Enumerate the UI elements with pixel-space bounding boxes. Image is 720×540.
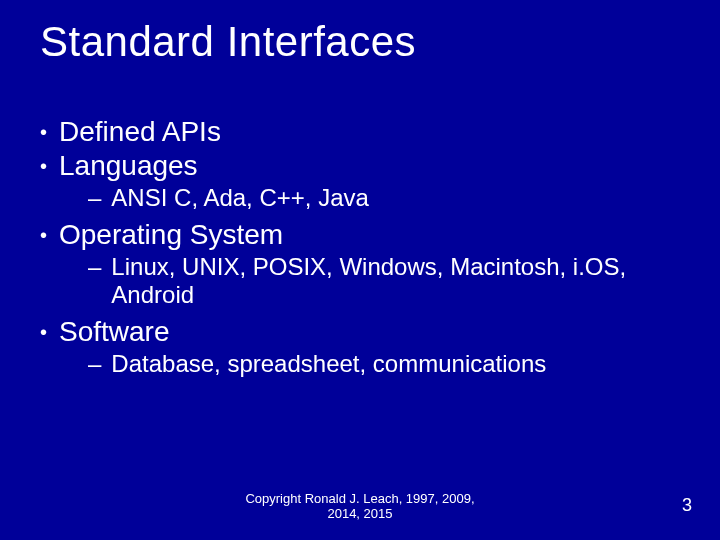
slide: Standard Interfaces • Defined APIs • Lan…: [0, 0, 720, 540]
list-item: – Linux, UNIX, POSIX, Windows, Macintosh…: [88, 253, 680, 310]
bullet-icon: •: [40, 122, 47, 142]
bullet-list: • Defined APIs • Languages – ANSI C, Ada…: [40, 116, 680, 378]
sub-label: Linux, UNIX, POSIX, Windows, Macintosh, …: [111, 253, 680, 310]
page-number: 3: [682, 495, 692, 516]
sub-label: ANSI C, Ada, C++, Java: [111, 184, 368, 212]
dash-icon: –: [88, 184, 101, 212]
list-item: • Software – Database, spreadsheet, comm…: [40, 316, 680, 379]
list-item: • Operating System – Linux, UNIX, POSIX,…: [40, 219, 680, 310]
bullet-icon: •: [40, 156, 47, 176]
slide-content: • Defined APIs • Languages – ANSI C, Ada…: [40, 116, 680, 384]
sub-list: – Database, spreadsheet, communications: [40, 350, 680, 378]
sub-list: – ANSI C, Ada, C++, Java: [40, 184, 680, 212]
footer-line: Copyright Ronald J. Leach, 1997, 2009,: [0, 491, 720, 507]
dash-icon: –: [88, 350, 101, 378]
copyright-footer: Copyright Ronald J. Leach, 1997, 2009, 2…: [0, 491, 720, 522]
list-item: • Defined APIs: [40, 116, 680, 148]
list-item: – Database, spreadsheet, communications: [88, 350, 680, 378]
dash-icon: –: [88, 253, 101, 281]
sub-label: Database, spreadsheet, communications: [111, 350, 546, 378]
slide-title: Standard Interfaces: [40, 18, 416, 66]
list-item: – ANSI C, Ada, C++, Java: [88, 184, 680, 212]
bullet-icon: •: [40, 322, 47, 342]
bullet-icon: •: [40, 225, 47, 245]
footer-line: 2014, 2015: [0, 506, 720, 522]
bullet-label: Defined APIs: [59, 116, 221, 148]
bullet-label: Languages: [59, 150, 198, 182]
sub-list: – Linux, UNIX, POSIX, Windows, Macintosh…: [40, 253, 680, 310]
bullet-label: Software: [59, 316, 170, 348]
bullet-label: Operating System: [59, 219, 283, 251]
list-item: • Languages – ANSI C, Ada, C++, Java: [40, 150, 680, 213]
